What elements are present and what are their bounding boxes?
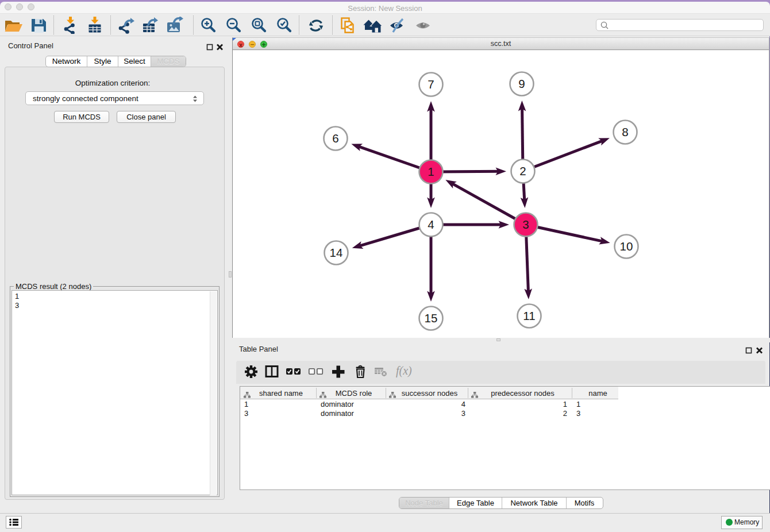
svg-text:6: 6 [332,132,338,145]
svg-text:11: 11 [523,309,535,322]
svg-text:14: 14 [330,246,343,259]
svg-text:2: 2 [519,164,526,178]
svg-text:4: 4 [428,218,434,231]
svg-text:3: 3 [522,218,529,231]
svg-text:8: 8 [622,125,628,138]
svg-text:7: 7 [428,78,434,91]
svg-text:15: 15 [425,311,438,325]
svg-text:10: 10 [620,240,633,253]
svg-text:1: 1 [428,165,434,178]
svg-text:9: 9 [518,77,525,90]
